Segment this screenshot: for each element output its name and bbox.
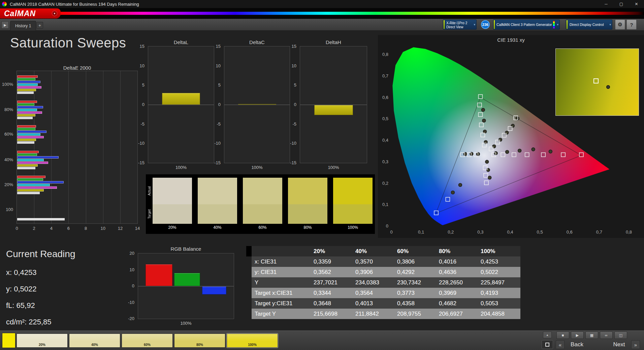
table-row-label: Target x:CIE31 <box>252 288 312 298</box>
x-category-label: 100% <box>224 165 290 170</box>
meter-line2: Direct View <box>446 25 463 29</box>
actual-swatch-100% <box>333 178 373 204</box>
minimize-button[interactable]: ─ <box>599 0 614 8</box>
deltae-bar <box>17 81 40 83</box>
deltaL-bar <box>162 93 200 105</box>
scroll-up-button[interactable]: ▲ <box>543 331 552 338</box>
rgb-bar-blue <box>202 286 226 294</box>
reading-cdm2: cd/m²: 225,85 <box>6 318 117 326</box>
table-cell: 230,7342 <box>395 277 437 288</box>
pattern-label: CalMAN Client 3 Pattern Generator <box>496 23 552 27</box>
deltac-x-axis: 100% <box>224 165 290 170</box>
saturation-patch-60%[interactable]: 60% <box>122 334 173 348</box>
table-col-header: 100% <box>479 246 520 256</box>
deltac-chart <box>224 46 290 163</box>
table-cell: 0,3806 <box>395 256 437 267</box>
close-button[interactable]: ✕ <box>629 0 644 8</box>
deltae-bar <box>17 86 41 89</box>
deltae-bar <box>17 189 44 191</box>
y-tick-label: -5 <box>292 122 296 127</box>
y-tick-label: 15 <box>292 44 296 49</box>
calman-logo[interactable]: CalMAN ▾ <box>0 8 61 19</box>
deltae-bar <box>17 133 40 136</box>
cie-measured-marker <box>506 150 509 153</box>
meter-select-button[interactable]: X-Rite i1Pro 2 Direct View ▾ <box>443 20 477 30</box>
deltal-y-axis: 151050-5-10-15 <box>133 46 147 164</box>
table-cell: 0,4016 <box>437 256 479 267</box>
table-cell: 206,6927 <box>437 309 479 319</box>
results-table-panel: 20%40%60%80%100%x: CIE310,33590,35700,38… <box>252 246 520 319</box>
y-tick-label: -15 <box>290 161 296 165</box>
compare-button[interactable]: ◫ <box>614 331 627 339</box>
deltae-y-axis: 100%80%60%40%20%100 <box>0 71 15 224</box>
display-control-button[interactable]: Direct Display Control ▾ <box>566 20 612 30</box>
saturation-patch-20%[interactable]: 20% <box>17 334 68 348</box>
table-row-label: Y <box>252 277 312 288</box>
cie-measured-marker <box>488 176 491 179</box>
pattern-accent <box>494 20 495 29</box>
current-reading-panel: Current Reading x: 0,4253 y: 0,5022 fL: … <box>6 249 117 334</box>
run-button[interactable]: ▶ <box>571 331 584 339</box>
maximize-button[interactable]: ▢ <box>614 0 629 8</box>
deltae-bar <box>17 89 36 91</box>
saturation-patch-40%[interactable]: 40% <box>69 334 120 348</box>
saturation-patch-80%[interactable]: 80% <box>174 334 225 348</box>
app-icon <box>2 2 7 6</box>
logo-dropdown-icon[interactable]: ▾ <box>52 11 57 16</box>
table-cell: 237,7021 <box>312 277 353 288</box>
x-tick-label: 0 <box>390 230 392 235</box>
inset-target-marker <box>593 78 599 83</box>
help-button[interactable]: ? <box>626 20 637 30</box>
cie-measured-marker <box>451 191 454 194</box>
pattern-colors-icon <box>553 21 555 28</box>
next-button[interactable]: Next <box>608 340 630 349</box>
pattern-generator-button[interactable]: CalMAN Client 3 Pattern Generator ▾ <box>493 20 560 30</box>
x-tick-label: 12 <box>114 226 127 231</box>
calman-window: CalMAN 2018 CalMAN Ultimate for Business… <box>0 0 644 350</box>
cie-chart-panel: 00,10,20,30,40,50,60,70,800,10,20,30,40,… <box>378 35 644 238</box>
table-cell: 0,3344 <box>312 288 353 298</box>
back-button[interactable]: Back <box>566 340 588 349</box>
next-chevron-icon[interactable]: » <box>631 340 640 349</box>
rainbow-strip <box>60 12 644 15</box>
deltac-chart-title: DeltaC <box>224 39 290 45</box>
stop-button[interactable]: ■ <box>556 331 569 339</box>
settings-gear-button[interactable]: ⚙ <box>615 20 625 30</box>
y-tick-label: -10 <box>214 141 221 146</box>
x-tick-label: 0,3 <box>477 230 483 235</box>
save-button[interactable]: ▦ <box>585 331 598 339</box>
inset-measured-marker <box>606 85 610 89</box>
display-label: Direct Display Control <box>570 23 604 27</box>
deltae-bar <box>17 141 34 144</box>
tab-history-1[interactable]: History 1 <box>10 21 36 31</box>
continuous-button[interactable]: ∞ <box>600 331 613 339</box>
actual-row-label: Actual <box>147 178 152 204</box>
current-reading-title: Current Reading <box>6 249 117 259</box>
nav-arrow-button[interactable]: ▶ <box>1 21 9 29</box>
x-tick-label: 0,7 <box>596 230 602 235</box>
table-cell: 0,4682 <box>437 298 479 309</box>
deltae-x-axis: 02468101214 <box>17 226 138 231</box>
x-tick-label: 0,4 <box>507 230 513 235</box>
deltae-bar <box>17 162 48 164</box>
back-chevron-icon[interactable]: « <box>556 340 565 349</box>
target-swatch-40% <box>198 204 237 224</box>
cie-chart-title: CIE 1931 xy <box>378 37 644 43</box>
deltae-bar <box>17 78 35 80</box>
y-tick-label: 0 <box>386 223 388 229</box>
cie-measured-marker <box>485 160 489 164</box>
swatch-label: 80% <box>288 225 327 230</box>
table-cell: 215,6698 <box>312 309 353 319</box>
add-tab-button[interactable]: + <box>36 22 43 29</box>
current-test-patch <box>2 333 15 348</box>
cie-measured-marker <box>498 138 502 141</box>
rgb-y-axis: 20100-10-20 <box>123 253 136 319</box>
meter-status-badge[interactable]: 236 <box>481 20 490 29</box>
saturation-patch-100%[interactable]: 100% <box>227 334 278 348</box>
patch-label: 60% <box>122 343 172 347</box>
window-level-button[interactable] <box>542 340 553 349</box>
table-cell: 0,4193 <box>479 288 520 298</box>
x-category-label: 100% <box>138 321 234 326</box>
deltae-bar <box>17 153 37 156</box>
deltae-chart-title: DeltaE 2000 <box>17 65 138 71</box>
